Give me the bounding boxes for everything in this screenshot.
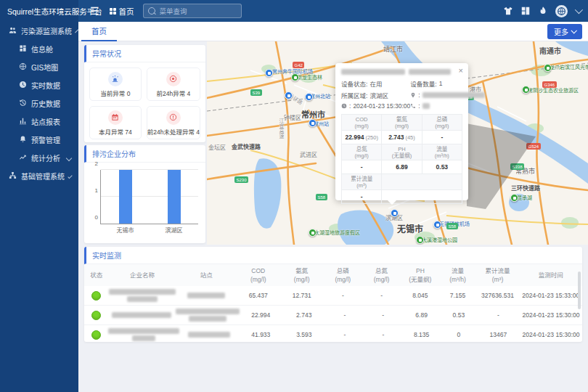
flame-icon[interactable] (538, 6, 548, 16)
train-station-marker-icon[interactable] (309, 119, 317, 127)
lake-marker-icon[interactable] (510, 194, 518, 202)
map-label: 无锡市 (397, 222, 423, 234)
hamburger-menu-icon[interactable]: ☰ (90, 0, 99, 22)
column-header-COD: COD(mg/l) (237, 267, 280, 283)
status-cell (84, 330, 108, 340)
park-marker-icon[interactable] (416, 236, 424, 244)
blur-block (108, 328, 179, 334)
park-marker-icon[interactable] (291, 73, 299, 81)
park-marker-icon[interactable] (544, 64, 552, 72)
stat-card[interactable]: 本月异常 74 (89, 106, 142, 139)
column-header-PH: PH(无量纲) (401, 267, 439, 283)
shirt-theme-icon[interactable] (503, 6, 513, 16)
sidebar-item-实时数据[interactable]: 实时数据 (0, 76, 78, 94)
value-cell: 0.53 (441, 311, 477, 319)
bar-滨湖区[interactable] (168, 170, 181, 224)
column-header-总磷: 总磷(mg/l) (324, 267, 362, 283)
y-axis-tick: 1 (95, 187, 98, 194)
time-separator: : (349, 102, 351, 110)
topbar: Squirrel生态环境云服务平台 ☰ 首页 (0, 0, 588, 22)
topbar-home-label: 首页 (119, 6, 134, 17)
region-label: 所属区域: (341, 91, 367, 99)
metric-value: - (342, 160, 382, 174)
value-cell: 12.731 (280, 292, 324, 299)
column-header-流量: 流量(m³/h) (440, 267, 476, 283)
region-value: 滨湖区 (369, 91, 388, 99)
train-station-marker-icon[interactable] (305, 93, 313, 101)
close-icon[interactable]: × (459, 66, 463, 75)
avatar[interactable] (555, 5, 568, 17)
sidebar-item-GIS地图[interactable]: GIS地图 (0, 58, 78, 76)
district-marker-icon[interactable] (391, 209, 399, 217)
sidebar-item-历史数据[interactable]: 历史数据 (0, 94, 78, 113)
table-row[interactable]: 65.43712.731--8.0457.155327636.5312024-0… (84, 286, 582, 306)
transit-marker-icon[interactable] (285, 91, 293, 99)
company-name-redacted (108, 312, 176, 318)
metric-header: 总磷(mg/l) (422, 115, 462, 131)
airport-marker-icon[interactable] (433, 221, 441, 229)
blur-block (127, 296, 158, 302)
map-label: 大溪港湿地公园 (422, 236, 457, 243)
x-axis-label: 滨湖区 (150, 226, 198, 234)
road-badge: S230 (234, 176, 248, 183)
table-scrollbar[interactable] (578, 271, 581, 309)
company-name-redacted (108, 289, 176, 302)
metric-value: 22.994(250) (342, 131, 382, 144)
airport-marker-icon[interactable] (265, 69, 273, 77)
park-marker-icon[interactable] (522, 86, 530, 94)
system-icon (9, 171, 17, 181)
popup-info: 设备状态:在用 设备数量:1 所属区域:滨湖区 : :2024-01-23 15… (341, 79, 462, 110)
blur-block (112, 312, 171, 318)
sidebar-item-预警管理[interactable]: 预警管理 (0, 131, 78, 149)
metric-header: 氨氮(mg/l) (382, 115, 422, 131)
stat-card[interactable]: 前24h异常 4 (147, 68, 200, 101)
app-logo: Squirrel生态环境云服务平台 (0, 0, 78, 22)
phone-redacted (422, 103, 430, 109)
bar-无锡市[interactable] (119, 170, 132, 224)
chevron-down-icon[interactable] (575, 6, 583, 14)
sidebar: 污染源监测系统信息舱GIS地图实时数据历史数据站点报表预警管理统计分析基础管理系… (0, 22, 78, 392)
table-row[interactable]: 22.9942.743--6.890.53-2024-01-23 15:30:0… (84, 306, 582, 325)
popup-time: 2024-01-23 15:30:00 (353, 102, 410, 110)
sidebar-item-label: GIS地图 (31, 62, 58, 73)
metric-value: 6.89 (382, 160, 422, 174)
table-row[interactable]: 41.9333.593--8.1350134672024-01-23 15:30… (84, 325, 582, 342)
grid-icon (110, 8, 116, 15)
panel-title: 实时监测 (84, 247, 582, 264)
column-header-氨氮: 氨氮(mg/l) (280, 267, 324, 283)
sidebar-item-信息舱[interactable]: 信息舱 (0, 40, 78, 58)
table-header: 状态企业名称站点COD(mg/l)氨氮(mg/l)总磷(mg/l)总氮(mg/l… (84, 264, 582, 286)
monitor-time-cell: 2024-01-23 15:30:00 (520, 331, 582, 338)
stat-card[interactable]: 前24h未处理异常 4 (147, 106, 200, 139)
map-label: 新龙生态林 (297, 73, 322, 81)
sidebar-item-label: 实时数据 (31, 80, 60, 91)
search-input[interactable] (158, 7, 237, 16)
globe-icon (19, 62, 27, 72)
map[interactable]: 靖江市南通市常州奔牛国际机场新龙生态林常州北站常州市钟楼区常州站外环路江宜高速金… (207, 41, 588, 245)
value-cell: 8.045 (401, 292, 439, 299)
value-cell: 6.89 (402, 311, 441, 319)
value-cell: - (364, 311, 402, 319)
panel-realtime-monitor: 实时监测 状态企业名称站点COD(mg/l)氨氮(mg/l)总磷(mg/l)总氮… (84, 247, 582, 342)
metric-value: 0.53 (422, 160, 462, 174)
metric-header (382, 174, 462, 190)
more-button[interactable]: 更多 (547, 24, 582, 39)
topbar-home-link[interactable]: 首页 (110, 6, 134, 17)
sidebar-item-统计分析[interactable]: 统计分析 (0, 149, 78, 167)
sidebar-item-污染源监测系统[interactable]: 污染源监测系统 (0, 22, 78, 40)
pin-separator: : (418, 91, 420, 99)
tab-home[interactable]: 首页 (81, 22, 117, 41)
content-area: 靖江市南通市常州奔牛国际机场新龙生态林常州北站常州市钟楼区常州站外环路江宜高速金… (78, 41, 588, 392)
sidebar-item-基础管理系统[interactable]: 基础管理系统 (0, 167, 78, 185)
device-count-label: 设备数量: (410, 79, 436, 88)
layout-icon[interactable] (520, 6, 531, 16)
location-pin-icon (410, 92, 416, 98)
sidebar-item-站点报表[interactable]: 站点报表 (0, 113, 78, 131)
popup-metrics-table: COD(mg/l)氨氮(mg/l)总磷(mg/l)22.994(250)2.74… (341, 114, 462, 204)
column-header-累计流量: 累计流量(m³) (475, 267, 519, 283)
menu-search[interactable] (143, 4, 242, 18)
park-marker-icon[interactable] (309, 229, 317, 237)
map-popup: × 设备状态:在用 设备数量:1 所属区域:滨湖区 : :2024-01-23 … (335, 63, 468, 200)
map-label: 常州北站 (310, 92, 330, 99)
stat-card[interactable]: 当前异常 0 (89, 68, 142, 101)
